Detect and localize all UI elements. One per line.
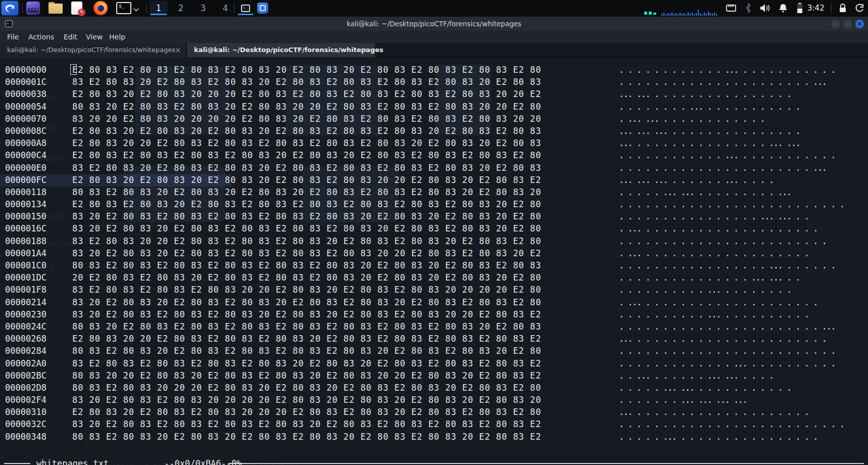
titlebar[interactable]: > kali@kali: ~/Desktop/picoCTF/forensics… [0,17,868,31]
hex-bytes: 83 20 E2 80 83 E2 80 83 E2 80 83 E2 80 8… [72,418,541,430]
panel-separator [146,3,147,13]
ascii-column: . ... . . . . . . . . . . . . . . . . . … [619,296,817,308]
ascii-column: ... . . . . . . . . . . . . . . . . . . … [619,406,809,418]
hex-bytes: 80 83 20 E2 80 83 E2 80 83 E2 80 83 E2 8… [72,320,541,333]
hex-bytes: 83 E2 80 83 E2 80 83 E2 80 83 E2 80 83 2… [72,357,541,369]
offset-label: 00000284 [5,345,46,357]
menu-actions[interactable]: Actions [28,31,54,43]
close-button[interactable]: × [855,20,864,28]
ascii-column: . . . . . ... . . . . . . . . . . . . . … [619,431,817,443]
hex-bytes: E2 80 83 E2 80 83 E2 80 83 E2 80 83 20 E… [72,64,541,76]
offset-label: 0000024C [5,320,46,333]
offset-label: 000000E0 [5,162,46,174]
ascii-column: . . . . . . . . . . . . . . . . . . . . … [619,235,827,247]
offset-label: 0000008C [5,125,46,137]
menu-help[interactable]: Help [109,31,125,43]
ghost-selection-status: Selection: 2 files: 329.7 KiB (337,633 b… [93,462,299,465]
ghost-window-edge [86,417,86,465]
ascii-column: . ... ... . . . . . . . . . . . . [619,113,764,125]
notifications-bell-icon[interactable] [778,0,788,16]
system-monitor-graph[interactable] [639,1,724,16]
workspace-2[interactable]: 2 [172,1,190,15]
status-rule-left [4,463,30,464]
ascii-column: . . . . . . . . . . . . . . . ... ... . … [619,271,800,284]
hex-bytes: 80 83 E2 80 83 20 E2 80 83 E2 80 83 E2 8… [72,345,541,357]
hex-bytes: E2 80 83 E2 80 83 20 E2 80 83 E2 80 83 E… [72,198,541,210]
hex-bytes: 83 20 20 E2 80 83 20 20 20 20 E2 80 83 2… [72,113,541,125]
ascii-column: . . . . . ... ... . . . . . . . . . . . [619,382,791,394]
bluetooth-icon[interactable] [745,0,752,16]
power-icon[interactable] [855,0,865,16]
offset-label: 00000000 [5,64,46,76]
ascii-column: . . . . . . . . . . . . . . . . . . . . … [619,198,844,210]
terminal-window-icon: >_ [241,5,250,12]
taskbar-terminal-window[interactable]: >_ [237,1,254,15]
hex-bytes: E2 80 83 E2 80 83 E2 80 83 E2 80 83 20 E… [72,149,541,161]
workspace-3[interactable]: 3 [194,1,212,15]
offset-label: 000001F8 [5,284,46,296]
tab-close-icon[interactable]: × [175,43,181,57]
panel-separator [22,3,23,13]
chevron-down-icon[interactable] [134,6,139,11]
offset-label: 000002D8 [5,382,46,394]
file-manager-launcher[interactable] [49,2,63,14]
ascii-column: ... . . . . . . . . . . . . . . . . . . … [619,333,827,345]
network-icon[interactable] [726,0,737,16]
tab-bar: kali@kali: ~/Desktop/picoCTF/forensics/w… [0,43,868,57]
hex-bytes: 80 83 E2 80 83 20 20 20 E2 80 83 20 E2 8… [72,382,541,394]
panel-separator [234,3,234,13]
clock[interactable]: 3:42 [807,0,825,16]
ascii-column: . . . . . . . . . . ... . . . . . . . . [619,284,791,296]
ascii-column: . . . . . . . . . . . . . . . . . ... . … [619,259,835,271]
offset-label: 0000032C [5,418,46,430]
text-editor-launcher[interactable]: ✎ [71,2,82,15]
offset-label: 00000214 [5,296,46,308]
terminal-prompt-glyph: $_ [119,4,124,9]
terminal-launcher[interactable]: $_ [116,2,131,14]
menu-view[interactable]: View [86,31,103,43]
ascii-column: ... ... ... . . . . . . . . . . . . . . … [619,125,800,137]
offset-label: 00000230 [5,308,46,320]
battery-icon[interactable] [796,0,803,16]
offset-label: 000002BC [5,369,46,382]
folder-icon-body [49,4,63,14]
app-window-launcher[interactable]: ••• [26,2,40,15]
kali-menu-button[interactable] [2,1,18,15]
menu-edit[interactable]: Edit [64,31,77,43]
ascii-column: . . . . . . . . . . . . ... . . . . . . … [619,64,835,76]
tab-close-icon[interactable]: × [364,43,370,57]
menu-file[interactable]: File [7,31,19,43]
tab-label: kali@kali: ~/Desktop/picoCTF/forensics/w… [7,46,175,54]
panel-separator [831,3,832,13]
workspace-1[interactable]: 1 [150,1,168,15]
minimize-button[interactable] [831,20,840,28]
hexedit-view[interactable]: Screenshot_2024- Screenshot_2024- Places… [0,58,868,465]
kali-dragon-icon [4,2,16,14]
offset-label: 000001DC [5,271,46,284]
menubar: File Actions Edit View Help File Actions… [0,31,868,43]
ascii-column: . . . . . . . . . . . . . . . . . . . . … [619,345,835,357]
app-window-dots-icon: ••• [29,8,38,12]
offset-label: 000001A4 [5,247,46,259]
offset-label: 000000A8 [5,137,46,149]
tab-1[interactable]: kali@kali: ~/Desktop/picoCTF/forensics/w… [0,43,186,57]
tab-2-active[interactable]: kali@kali: ~/Desktop/picoCTF/forensics/w… [187,43,375,57]
ascii-column: . . . . . . . . . . . . . ... . . . . . … [619,357,835,369]
firefox-launcher[interactable] [93,1,108,15]
taskbar-screenshot-app[interactable] [255,1,271,15]
hex-bytes: 83 E2 80 83 E2 80 83 E2 80 83 20 20 E2 8… [72,284,541,296]
hex-bytes: 83 20 E2 80 83 20 E2 80 83 E2 80 83 20 E… [72,296,541,308]
lock-icon[interactable] [838,0,848,16]
pencil-badge-icon: ✎ [78,9,85,16]
offset-label: 00000118 [5,186,46,198]
hex-bytes: E2 80 83 20 20 E2 80 83 E2 80 83 E2 80 8… [72,137,541,149]
maximize-button[interactable] [843,20,852,28]
hex-bytes: 20 E2 80 83 E2 80 83 20 E2 80 83 E2 80 8… [72,271,541,284]
volume-icon[interactable] [759,0,771,16]
offset-label: 000002A0 [5,357,46,369]
ascii-column: ... . . . . . . . . . . . . . . . ... ..… [619,137,800,149]
ascii-column: . . . . . . . . . . . . . . . . . . . . … [619,320,835,333]
workspace-4[interactable]: 4 [216,1,234,15]
window-title: kali@kali: ~/Desktop/picoCTF/forensics/w… [0,17,868,31]
hex-bytes: 80 83 20 E2 80 83 E2 80 83 20 E2 80 83 2… [72,101,541,113]
